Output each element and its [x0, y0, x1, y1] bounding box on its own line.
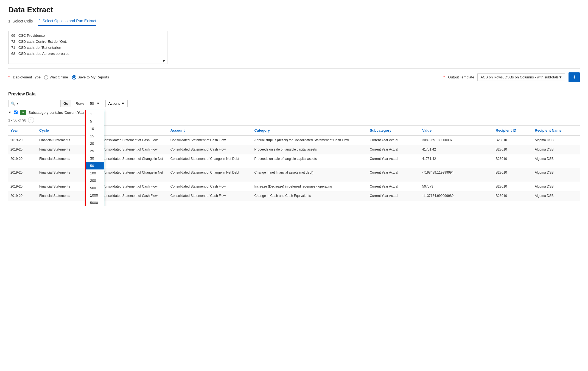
cell-year: 2019-20 [8, 145, 37, 154]
cell-account: Consolidated Statement of Change in Net … [168, 154, 252, 168]
cell-recipientName: Algoma DSB [533, 154, 580, 168]
radio-wait-label: Wait Online [50, 75, 68, 79]
required-star-output: * [443, 75, 445, 79]
filter-checkbox[interactable] [14, 111, 18, 114]
rows-option-100[interactable]: 100 [86, 169, 104, 177]
cell-account: Consolidated Statement of Cash Flow [168, 182, 252, 191]
cell-year: 2019-20 [8, 154, 37, 168]
entity-item: 72 - CSD cath. Centre-Est de l'Ont. [11, 39, 164, 45]
rows-option-10[interactable]: 10 [86, 125, 104, 132]
radio-circle-save [72, 75, 76, 80]
cell-recipientName: Algoma DSB [533, 182, 580, 191]
cell-value: -7198489.119999994 [420, 168, 494, 182]
rows-option-1000[interactable]: 1000 [86, 192, 104, 199]
col-header-value: Value [420, 126, 494, 136]
cell-cycle: Financial Statements [37, 182, 84, 191]
rows-option-25[interactable]: 25 [86, 147, 104, 155]
cell-category: Change in net financial assets (net debt… [252, 168, 368, 182]
cell-account: Consolidated Statement of Cash Flow [168, 145, 252, 154]
cell-cycle: Financial Statements [37, 135, 84, 145]
required-star: * [8, 75, 10, 79]
rows-option-30[interactable]: 30 [86, 155, 104, 162]
rows-option-500[interactable]: 500 [86, 184, 104, 192]
rows-option-20[interactable]: 20 [86, 140, 104, 147]
cell-account: Consolidated Statement of Cash Flow [168, 135, 252, 145]
pagination-next-button[interactable]: › [28, 117, 34, 123]
entity-item: 69 - CSC Providence [11, 33, 164, 39]
rows-option-50[interactable]: 50 [86, 162, 104, 169]
rows-option-200[interactable]: 200 [86, 177, 104, 184]
cell-subcategory: Current Year Actual [368, 191, 420, 200]
pagination-text: 1 - 50 of 98 [8, 118, 26, 122]
output-template-value: ACS on Rows, DSBs on Columns - with subt… [480, 75, 559, 79]
col-header-recipient-name: Recipient Name [533, 126, 580, 136]
cell-recipientId: B28010 [494, 145, 533, 154]
rows-option-15[interactable]: 15 [86, 132, 104, 140]
actions-button[interactable]: Actions ▼ [105, 100, 128, 107]
cell-year: 2019-20 [8, 135, 37, 145]
cell-recipientId: B28010 [494, 135, 533, 145]
run-extract-button[interactable]: ⬇ [569, 72, 580, 82]
rows-option-5[interactable]: 5 [86, 118, 104, 125]
cell-recipientName: Algoma DSB [533, 191, 580, 200]
col-header-year: Year [8, 126, 37, 136]
actions-label: Actions [108, 101, 120, 106]
scroll-down-icon: ▼ [162, 59, 166, 63]
cell-cycle: Financial Statements [37, 154, 84, 168]
cell-recipientId: B28010 [494, 182, 533, 191]
output-template-select[interactable]: ACS on Rows, DSBs on Columns - with subt… [477, 73, 565, 81]
search-icon: 🔍 [11, 101, 15, 106]
rows-dropdown-menu[interactable]: 1 5 10 15 20 25 30 50 100 200 500 1000 5… [85, 110, 104, 206]
breadcrumb-step2[interactable]: 2. Select Options and Run Extract [38, 19, 96, 26]
cell-subcategory: Current Year Actual [368, 182, 420, 191]
cell-category: Proceeds on sale of tangible capital ass… [252, 145, 368, 154]
rows-option-1[interactable]: 1 [86, 110, 104, 118]
col-header-subcategory: Subcategory [368, 126, 420, 136]
cell-subcategory: Current Year Actual [368, 154, 420, 168]
go-button[interactable]: Go [60, 100, 71, 107]
cell-value: 41751.42 [420, 154, 494, 168]
cell-cycle: Financial Statements [37, 145, 84, 154]
cell-cycle: Financial Statements [37, 191, 84, 200]
breadcrumb-step1[interactable]: 1. Select Cells [8, 19, 33, 26]
cell-category: Annual surplus (deficit) for Consolidate… [252, 135, 368, 145]
rows-dropdown[interactable]: 50 ▼ [87, 100, 103, 107]
page-title: Data Extract [8, 5, 580, 14]
cell-year: 2019-20 [8, 168, 37, 182]
col-header-cycle: Cycle [37, 126, 84, 136]
filter-badge: ▼ [20, 110, 26, 115]
entity-list-container: 69 - CSC Providence 72 - CSD cath. Centr… [8, 31, 167, 64]
radio-wait-online[interactable]: Wait Online [44, 75, 68, 80]
search-input[interactable] [20, 101, 56, 106]
col-header-category: Category [252, 126, 368, 136]
cell-recipientId: B28010 [494, 168, 533, 182]
search-chevron: ▼ [16, 102, 19, 105]
entity-list[interactable]: 69 - CSC Providence 72 - CSD cath. Centr… [9, 31, 167, 58]
cell-cycle: Financial Statements [37, 168, 84, 182]
filter-expand-icon[interactable]: ▼ [8, 111, 12, 114]
cell-value: -1137154.999999989 [420, 191, 494, 200]
filter-icon: ▼ [21, 111, 25, 114]
output-template-label: Output Template [448, 75, 474, 79]
cell-recipientName: Algoma DSB [533, 135, 580, 145]
cell-subcategory: Current Year Actual [368, 145, 420, 154]
preview-title: Preview Data [8, 92, 580, 97]
cell-category: Increase (Decrease) in deferred revenues… [252, 182, 368, 191]
cell-recipientName: Algoma DSB [533, 168, 580, 182]
cell-recipientName: Algoma DSB [533, 145, 580, 154]
col-header-recipient-id: Recipient ID [494, 126, 533, 136]
search-box[interactable]: 🔍 ▼ [8, 100, 58, 107]
cell-value: 507573 [420, 182, 494, 191]
cell-subcategory: Current Year Actual [368, 168, 420, 182]
deployment-section: * Deployment Type Wait Online Save to My… [8, 75, 109, 80]
radio-group-deployment: Wait Online Save to My Reports [44, 75, 109, 80]
radio-save-reports[interactable]: Save to My Reports [72, 75, 109, 80]
rows-option-5000[interactable]: 5000 [86, 199, 104, 206]
cell-recipientId: B28010 [494, 154, 533, 168]
radio-circle-wait [44, 75, 48, 80]
entity-item: 68 - CSD cath. des Aurores boréales [11, 51, 164, 57]
cell-category: Change in Cash and Cash Equivalents [252, 191, 368, 200]
actions-chevron-icon: ▼ [121, 101, 125, 106]
cell-account: Consolidated Statement of Cash Flow [168, 191, 252, 200]
cell-year: 2019-20 [8, 191, 37, 200]
